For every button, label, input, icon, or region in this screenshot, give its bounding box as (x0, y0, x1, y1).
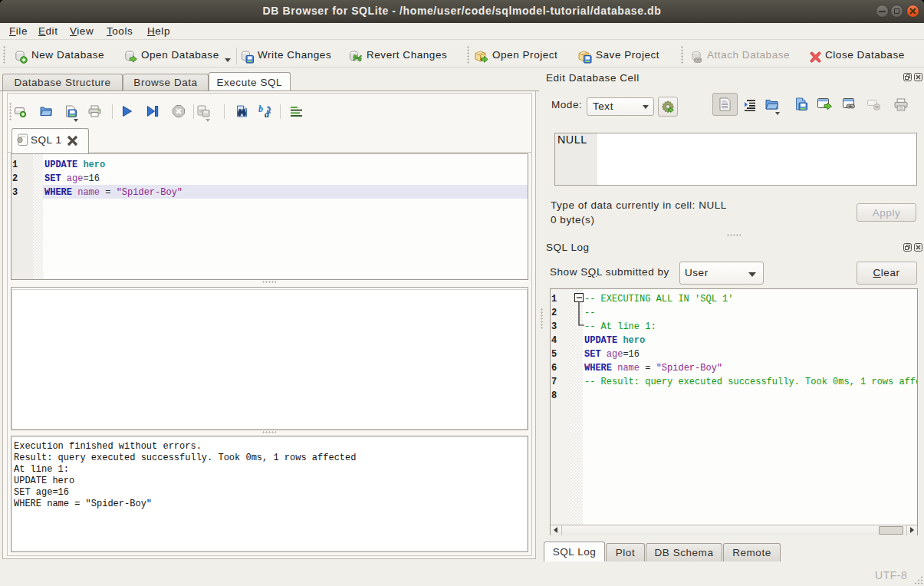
svg-text:b: b (258, 104, 264, 114)
